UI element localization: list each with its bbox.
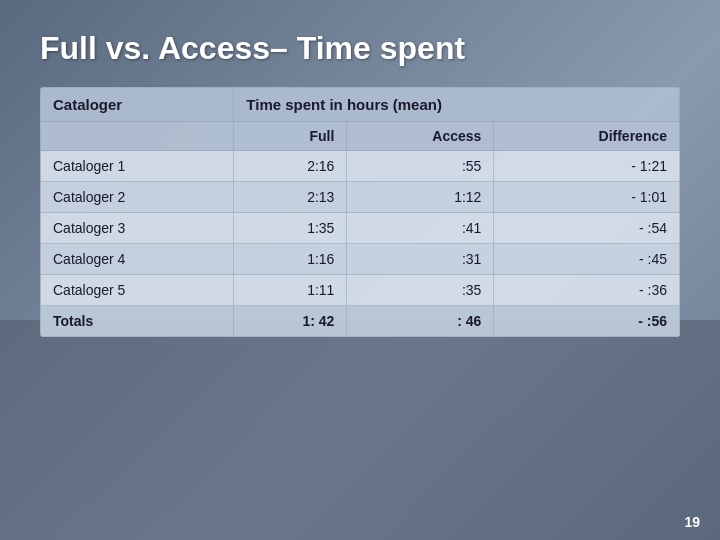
cell-cataloger: Cataloger 3	[41, 213, 234, 244]
table-row: Cataloger 51:11:35- :36	[41, 275, 680, 306]
cell-difference: - 1:21	[494, 151, 680, 182]
slide-title: Full vs. Access– Time spent	[40, 30, 680, 67]
cell-full: 2:13	[234, 182, 347, 213]
subheader-full: Full	[234, 122, 347, 151]
cell-difference: - 1:01	[494, 182, 680, 213]
cell-difference: - :54	[494, 213, 680, 244]
table-row: Totals1: 42: 46- :56	[41, 306, 680, 337]
subheader-cataloger	[41, 122, 234, 151]
cell-full: 1:16	[234, 244, 347, 275]
cell-cataloger: Cataloger 4	[41, 244, 234, 275]
table-row: Cataloger 41:16:31- :45	[41, 244, 680, 275]
group-header: Time spent in hours (mean)	[234, 88, 680, 122]
cell-access: :41	[347, 213, 494, 244]
table-row: Cataloger 31:35:41- :54	[41, 213, 680, 244]
cataloger-header: Cataloger	[41, 88, 234, 122]
data-table: Cataloger Time spent in hours (mean) Ful…	[40, 87, 680, 337]
cell-cataloger: Cataloger 2	[41, 182, 234, 213]
cell-full: 1:35	[234, 213, 347, 244]
cell-access: 1:12	[347, 182, 494, 213]
cell-cataloger: Cataloger 5	[41, 275, 234, 306]
table-wrapper: Cataloger Time spent in hours (mean) Ful…	[40, 87, 680, 337]
cell-difference: - :45	[494, 244, 680, 275]
subheader-difference: Difference	[494, 122, 680, 151]
cell-access: : 46	[347, 306, 494, 337]
cell-full: 2:16	[234, 151, 347, 182]
table-row: Cataloger 22:131:12- 1:01	[41, 182, 680, 213]
page-number: 19	[684, 514, 700, 530]
cell-access: :35	[347, 275, 494, 306]
cell-access: :55	[347, 151, 494, 182]
header-row-2: Full Access Difference	[41, 122, 680, 151]
cell-full: 1:11	[234, 275, 347, 306]
cell-access: :31	[347, 244, 494, 275]
cell-difference: - :36	[494, 275, 680, 306]
slide-container: Full vs. Access– Time spent Cataloger Ti…	[0, 0, 720, 540]
cell-cataloger: Cataloger 1	[41, 151, 234, 182]
cell-cataloger: Totals	[41, 306, 234, 337]
table-row: Cataloger 12:16:55- 1:21	[41, 151, 680, 182]
cell-difference: - :56	[494, 306, 680, 337]
header-row-1: Cataloger Time spent in hours (mean)	[41, 88, 680, 122]
table-body: Cataloger 12:16:55- 1:21Cataloger 22:131…	[41, 151, 680, 337]
subheader-access: Access	[347, 122, 494, 151]
cell-full: 1: 42	[234, 306, 347, 337]
